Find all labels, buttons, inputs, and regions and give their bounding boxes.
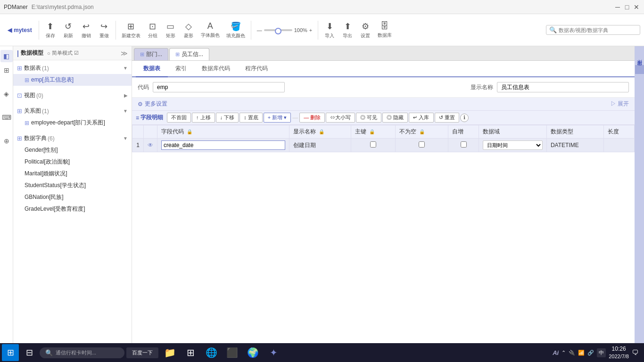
new-table-button[interactable]: ⊞ 新建空表 [119, 19, 143, 41]
rect-button[interactable]: ▭ 矩形 [162, 19, 179, 41]
code-input[interactable] [153, 82, 285, 92]
up-btn[interactable]: ↑ 上移 [192, 113, 215, 123]
resize-btn[interactable]: ⇔大小写 [326, 113, 355, 123]
search-box[interactable]: 🔍 [546, 25, 640, 35]
maximize-btn[interactable]: □ [623, 3, 631, 11]
taskbar-clock[interactable]: 10:26 2022/7/8 [609, 345, 629, 360]
display-name-input[interactable] [497, 82, 629, 92]
down-btn[interactable]: ↓ 下移 [216, 113, 239, 123]
import-btn[interactable]: ↵ 入库 [409, 113, 433, 123]
row-data-domain[interactable]: 日期时间 整数 字符串 小数 [479, 139, 547, 152]
sub-tab-index[interactable]: 索引 [168, 61, 194, 77]
export-button[interactable]: ⬆ 导出 [339, 19, 356, 41]
taskbar-search-box[interactable]: 🔍 [40, 347, 124, 358]
taskbar-input-method[interactable]: 中 [597, 348, 606, 357]
reset-btn[interactable]: ↺ 重置 [435, 113, 459, 123]
settings-button[interactable]: ⚙ 设置 [357, 19, 374, 41]
tables-section-icon: ⊞ [17, 65, 22, 72]
refresh-button[interactable]: ↺ 刷新 [60, 19, 77, 41]
eye-icon[interactable]: 👁 [148, 142, 153, 148]
taskbar-task-view[interactable]: ⊟ [21, 344, 38, 361]
window-controls[interactable]: ─ □ ✕ [614, 3, 640, 11]
start-button[interactable]: ⊞ [2, 344, 19, 361]
right-tab-field-library[interactable]: 字段库 [635, 65, 644, 74]
first-btn[interactable]: 不首固 [167, 113, 191, 123]
row-eye[interactable]: 👁 [144, 139, 157, 152]
add-dropdown-icon[interactable]: ▾ [284, 115, 287, 120]
sub-tab-table[interactable]: 数据表 [136, 61, 168, 77]
taskbar-search-btn[interactable]: 百度一下 [126, 347, 158, 358]
main-toolbar: ◀ mytest ⬆ 保存 ↺ 刷新 ↩ 撤销 ↪ 重做 ⊞ 新建空表 ⊡ 分组… [0, 14, 644, 46]
taskbar-search-input[interactable] [56, 350, 112, 355]
table-row[interactable]: 1 👁 创建日期 [132, 139, 635, 152]
nav-code-gen[interactable]: ⌨ [0, 111, 13, 123]
visible-btn[interactable]: ◎ 可见 [356, 113, 381, 123]
nav-version[interactable]: ⊕ [0, 135, 13, 147]
field-editor-icon: ≡ [136, 115, 139, 121]
taskbar-ai-label[interactable]: Ai [553, 349, 559, 356]
zoom-plus[interactable]: + [309, 27, 312, 33]
data-domain-select[interactable]: 日期时间 整数 字符串 小数 [483, 140, 543, 150]
close-btn[interactable]: ✕ [633, 3, 640, 11]
section-header-dict[interactable]: ⊞ 数据字典 (6) ▼ [13, 132, 132, 144]
zoom-slider[interactable] [264, 29, 292, 31]
save-button[interactable]: ⬆ 保存 [42, 19, 59, 41]
sidebar-item-studentstatus[interactable]: StudentStatus[学生状态] [13, 180, 132, 191]
font-color-button[interactable]: A 字体颜色 [198, 19, 223, 41]
taskbar-notification[interactable]: 🗨 [632, 349, 638, 356]
auto-inc-checkbox[interactable] [461, 141, 467, 148]
sidebar-collapse-btn[interactable]: ≫ [121, 49, 128, 57]
sidebar-item-political[interactable]: Political[政治面貌] [13, 156, 132, 168]
nav-data-model[interactable]: ◧ [0, 50, 13, 62]
zoom-minus[interactable]: — [257, 27, 262, 33]
section-header-views[interactable]: ⊡ 视图 (0) ▶ [13, 90, 132, 101]
tab-employee[interactable]: ⊞ 员工信... [169, 48, 209, 60]
hidden-btn[interactable]: ◎ 隐藏 [382, 113, 408, 123]
sidebar-item-gradelevel[interactable]: GradeLevel[受教育程度] [13, 203, 132, 215]
display-name-field: 显示名称 [471, 82, 629, 92]
fill-color-button[interactable]: 🪣 填充颜色 [223, 19, 248, 41]
section-header-tables[interactable]: ⊞ 数据表 (1) ▼ [13, 62, 132, 74]
row-field-code[interactable] [157, 139, 289, 152]
pk-checkbox[interactable] [370, 141, 376, 148]
back-btn[interactable]: ◀ mytest [4, 27, 36, 33]
sidebar-item-marital[interactable]: Marital[婚姻状况] [13, 168, 132, 180]
minimize-btn[interactable]: ─ [614, 3, 621, 11]
import-button[interactable]: ⬇ 导入 [321, 19, 338, 41]
section-header-relations[interactable]: ⊞ 关系图 (1) ▼ [13, 105, 132, 117]
taskbar-app-split[interactable]: ⊞ [181, 344, 200, 361]
taskbar-app-pdmaner[interactable]: ✦ [264, 344, 283, 361]
taskbar-app-terminal[interactable]: ⬛ [223, 344, 241, 361]
add-btn[interactable]: + 新增 ▾ [264, 113, 291, 123]
row-not-null[interactable] [395, 139, 448, 152]
undo-button[interactable]: ↩ 撤销 [78, 19, 95, 41]
redo-button[interactable]: ↪ 重做 [96, 19, 113, 41]
search-input[interactable] [559, 27, 637, 33]
sidebar-item-emp[interactable]: ⊞ emp[员工信息表] [13, 74, 132, 86]
position-btn[interactable]: ↕ 置底 [239, 113, 263, 123]
sub-tab-db-code[interactable]: 数据库代码 [194, 61, 238, 77]
sidebar-item-gender[interactable]: Gender[性别] [13, 144, 132, 156]
taskbar-arrow-up[interactable]: ⌃ [561, 350, 566, 356]
database-button[interactable]: 🗄 数据库 [375, 19, 395, 41]
delete-btn[interactable]: — 删除 [299, 113, 325, 123]
mode-toggle[interactable]: ○ 简单模式 ☑ [47, 49, 79, 57]
sidebar-item-relation-emp-depart[interactable]: ⊞ employee-depart[部门关系图] [13, 117, 132, 129]
taskbar-app-chrome[interactable]: 🌍 [243, 344, 262, 361]
row-auto-inc[interactable] [448, 139, 479, 152]
not-null-checkbox[interactable] [419, 141, 425, 148]
row-pk[interactable] [351, 139, 396, 152]
nav-model[interactable]: ⊞ [0, 64, 13, 76]
shape-button[interactable]: ◇ 菱形 [180, 19, 197, 41]
more-settings-expand[interactable]: ▷ 展开 [611, 100, 629, 108]
tab-department[interactable]: ⊞ 部门... [134, 48, 168, 60]
taskbar-app-explorer[interactable]: 📁 [160, 344, 179, 361]
nav-data-domain[interactable]: ◈ [0, 88, 13, 100]
group-button[interactable]: ⊡ 分组 [144, 19, 161, 41]
sidebar-item-gbnation[interactable]: GBNation[民族] [13, 191, 132, 203]
sub-tab-program-code[interactable]: 程序代码 [238, 61, 275, 77]
field-code-input[interactable] [161, 140, 285, 150]
taskbar-app-edge[interactable]: 🌐 [202, 344, 221, 361]
more-settings-bar[interactable]: ⚙ 更多设置 ▷ 展开 [132, 98, 635, 111]
info-btn[interactable]: ℹ [460, 114, 469, 122]
